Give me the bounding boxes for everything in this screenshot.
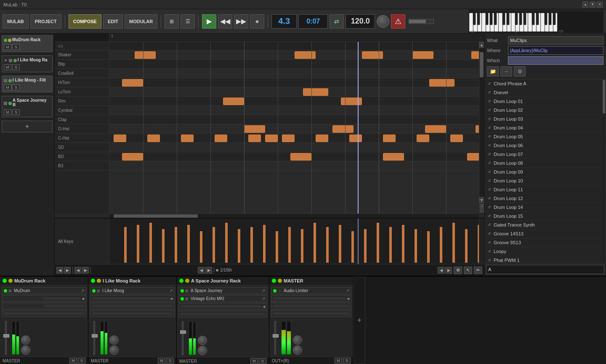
mixer-s-mudrum[interactable]: S bbox=[78, 358, 85, 364]
rack-space-s-btn[interactable]: S bbox=[12, 109, 20, 115]
play-btn-small[interactable]: ▶ bbox=[445, 267, 452, 274]
rp-list-item-drum-loop-04[interactable]: ↺ Drum Loop 04 bbox=[484, 124, 606, 132]
rack-space-title[interactable]: A Space Journey R bbox=[13, 98, 50, 107]
rack-moog-s-btn[interactable]: S bbox=[12, 64, 20, 70]
mixer-knob-2-mudrum[interactable] bbox=[21, 346, 30, 355]
rp-list-item-drum-loop-11[interactable]: ↺ Drum Loop 11 bbox=[484, 185, 606, 194]
rack-moog-filt-s-btn[interactable]: S bbox=[12, 84, 20, 90]
mixer-led-green-space[interactable] bbox=[179, 279, 183, 283]
mixer-m-moog[interactable]: M bbox=[158, 358, 165, 364]
record-button[interactable]: ● bbox=[250, 14, 264, 29]
rp-list-item-phat-pwm-1[interactable]: ↺ Phat PWM 1 bbox=[484, 256, 606, 263]
mixer-s-space[interactable]: S bbox=[259, 358, 266, 364]
mixer-led-green-moog[interactable] bbox=[91, 279, 95, 283]
mixer-led-yellow-space[interactable] bbox=[185, 279, 189, 283]
maximize-btn[interactable]: ▼ bbox=[590, 2, 595, 8]
mixer-plugin-arrow-vintage[interactable]: ↗ bbox=[262, 296, 265, 301]
minimize-btn[interactable]: ▲ bbox=[582, 2, 588, 8]
rack-moog-triangle[interactable]: ▼ bbox=[4, 58, 8, 63]
mixer-plugin-arrow-audiolimiter[interactable]: ↗ bbox=[346, 288, 349, 293]
edit-button[interactable]: EDIT bbox=[103, 14, 123, 29]
mixer-led-yellow-master[interactable] bbox=[278, 279, 282, 283]
zoom-out-btn[interactable]: - bbox=[480, 208, 484, 213]
mixer-plugin-led-mudrum[interactable] bbox=[4, 289, 7, 293]
side-scrollbar[interactable]: ▲ ▼ + - bbox=[479, 42, 484, 214]
rp-list-item-drum-loop-14[interactable]: ↺ Drum Loop 14 bbox=[484, 203, 606, 212]
nav-left-btn[interactable]: ◀ bbox=[56, 267, 63, 274]
cursor-btn[interactable]: ↖ bbox=[464, 266, 472, 274]
mixer-plugin-led-audiolimiter[interactable] bbox=[273, 289, 276, 293]
mixer-fader-mudrum-1[interactable] bbox=[43, 297, 81, 300]
mixer-fader-moog-2[interactable] bbox=[92, 305, 173, 307]
list-icon-btn[interactable]: ☰ bbox=[181, 14, 195, 29]
h-scroll-thumb[interactable] bbox=[114, 214, 198, 218]
mixer-knob-1-moog[interactable] bbox=[109, 335, 119, 345]
rp-list-item-drum-loop-07[interactable]: ↺ Drum Loop 07 bbox=[484, 150, 606, 159]
roll-grid[interactable]: ▲ ▼ + - bbox=[109, 42, 484, 214]
position-display[interactable]: 4.3 bbox=[271, 14, 297, 29]
mulab-button[interactable]: MULAB bbox=[3, 14, 29, 29]
rp-list-scrollbar[interactable] bbox=[602, 79, 606, 263]
tempo-display[interactable]: 120.0 bbox=[346, 14, 375, 29]
rp-list-item-loopy[interactable]: ↺ Loopy bbox=[484, 247, 606, 256]
vfader-thumb-mudrum[interactable] bbox=[3, 334, 9, 338]
rp-list-item-drum-loop-06[interactable]: ↺ Drum Loop 06 bbox=[484, 141, 606, 150]
compose-button[interactable]: COMPOSE bbox=[69, 14, 101, 29]
rack-moog-filt-title[interactable]: I Like Moog - Filt bbox=[13, 78, 46, 82]
close-btn[interactable]: ✕ bbox=[597, 2, 603, 8]
nav-right-btn-3[interactable]: ▶ bbox=[205, 267, 212, 274]
rp-list-scroll-thumb[interactable] bbox=[603, 80, 605, 113]
rp-list-item-drum-loop-03[interactable]: ↺ Drum Loop 03 bbox=[484, 115, 606, 124]
rp-list-item-drum-loop-15[interactable]: ↺ Drum Loop 15 bbox=[484, 212, 606, 221]
mixer-led-yellow-moog[interactable] bbox=[97, 279, 101, 283]
volume-slider[interactable] bbox=[409, 19, 434, 24]
nav-right-btn-2[interactable]: ▶ bbox=[82, 267, 89, 274]
scroll-up-btn[interactable]: ▲ bbox=[479, 42, 484, 48]
rack-mudrum-title[interactable]: MuDrum Rack bbox=[12, 37, 40, 42]
zoom-in-btn[interactable]: + bbox=[480, 204, 484, 208]
scroll-thumb[interactable] bbox=[480, 52, 484, 77]
mixer-led-green-master[interactable] bbox=[272, 279, 276, 283]
mixer-knob-2-moog[interactable] bbox=[109, 346, 119, 355]
settings-btn[interactable]: ⚙ bbox=[454, 266, 462, 274]
rp-list-item-doevel[interactable]: ↺ Doevel bbox=[484, 88, 606, 97]
mixer-knob-2-space[interactable] bbox=[198, 346, 207, 355]
pencil-btn[interactable]: ✏ bbox=[474, 266, 482, 274]
nav-left-btn-2[interactable]: ◀ bbox=[74, 267, 81, 274]
pattern-icon-btn[interactable]: ⊞ bbox=[165, 14, 179, 29]
time-display[interactable]: 0:07 bbox=[298, 14, 328, 29]
mixer-plugin-led-moog[interactable] bbox=[92, 289, 96, 293]
mixer-led-green-mudrum[interactable] bbox=[3, 279, 7, 283]
rp-which-value[interactable] bbox=[508, 56, 603, 65]
rp-list-item-drum-loop-12[interactable]: ↺ Drum Loop 12 bbox=[484, 194, 606, 203]
rp-list-item-drum-loop-01[interactable]: ↺ Drum Loop 01 bbox=[484, 97, 606, 106]
mixer-fader-arrow-moog-1[interactable]: ◀ bbox=[170, 297, 173, 301]
mixer-plugin-led-vintage[interactable] bbox=[181, 297, 184, 301]
mixer-m-mudrum[interactable]: M bbox=[69, 358, 77, 364]
rack-moog-filt-m-btn[interactable]: M bbox=[4, 84, 11, 90]
mixer-fader-master-2[interactable] bbox=[273, 305, 349, 307]
mixer-fader-master-1[interactable] bbox=[273, 297, 346, 300]
rp-folder-btn[interactable]: 📁 bbox=[487, 66, 499, 76]
alert-button[interactable]: ⚠ bbox=[391, 14, 405, 29]
rewind-button[interactable]: ◀◀ bbox=[218, 14, 232, 29]
rp-list-item-drum-loop-05[interactable]: ↺ Drum Loop 05 bbox=[484, 132, 606, 141]
rp-where-value[interactable]: {AppLibrary}/MuClip bbox=[508, 46, 603, 55]
loop-button[interactable]: ⇄ bbox=[330, 14, 344, 29]
mixer-fader-mudrum-3[interactable] bbox=[4, 312, 84, 315]
rp-list-item-chord-phrase-a[interactable]: ↺ Chord Phrase A bbox=[484, 79, 606, 88]
mixer-fader-mudrum-2[interactable] bbox=[45, 305, 84, 307]
mixer-knob-1-space[interactable] bbox=[198, 336, 207, 345]
vfader-thumb-space[interactable] bbox=[180, 330, 186, 334]
mixer-fader-moog-3[interactable] bbox=[92, 312, 173, 315]
mixer-led-yellow-mudrum[interactable] bbox=[8, 279, 13, 283]
rack-mudrum-s-btn[interactable]: S bbox=[12, 44, 20, 50]
rp-list-item-gated-trance-synth[interactable]: ↺ Gated Trance Synth bbox=[484, 221, 606, 229]
rack-space-m-btn[interactable]: M bbox=[4, 109, 11, 115]
vfader-thumb-moog[interactable] bbox=[92, 334, 98, 338]
rp-list-item-groove-9s13[interactable]: ↺ Groove 9S13 bbox=[484, 238, 606, 247]
vel-side-scroll[interactable] bbox=[479, 219, 484, 264]
rp-list-item-drum-loop-09[interactable]: ↺ Drum Loop 09 bbox=[484, 168, 606, 177]
mixer-knob-1-master[interactable] bbox=[293, 335, 302, 345]
mixer-m-space[interactable]: M bbox=[250, 358, 258, 364]
